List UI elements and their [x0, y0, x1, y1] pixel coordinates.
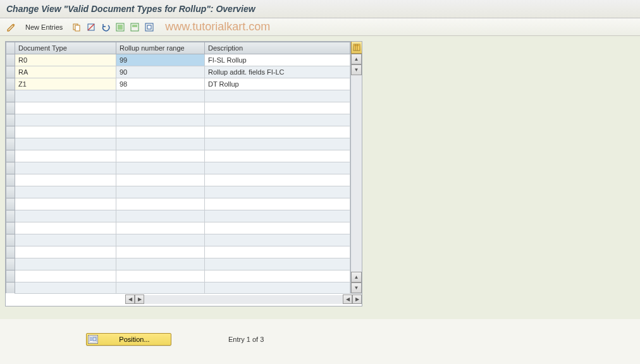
scroll-down-icon[interactable]: ▼ [351, 64, 362, 75]
scroll-down-bottom-icon[interactable]: ▼ [351, 282, 362, 293]
row-selector[interactable] [6, 258, 15, 270]
cell-rollup[interactable]: 99 [116, 54, 205, 66]
horizontal-scrollbar[interactable]: ◀ ▶ ◀ ▶ [15, 293, 362, 305]
scroll-up-bottom-icon[interactable]: ▲ [351, 272, 362, 282]
svg-rect-1 [75, 25, 80, 31]
row-selector[interactable] [6, 162, 15, 174]
position-label: Position... [101, 336, 168, 343]
row-selector[interactable] [6, 90, 15, 102]
cell-doctype[interactable]: Z1 [15, 78, 116, 90]
row-selector[interactable] [6, 282, 15, 294]
row-selector[interactable] [6, 66, 15, 78]
footer: Position... Entry 1 of 3 [0, 319, 640, 346]
row-selector[interactable] [6, 126, 15, 138]
row-selector[interactable] [6, 150, 15, 162]
row-selector[interactable] [6, 78, 15, 90]
cell-description[interactable]: DT Rollup [205, 78, 350, 90]
svg-rect-10 [354, 44, 360, 46]
svg-rect-14 [90, 337, 92, 338]
toggle-change-icon[interactable] [5, 21, 18, 33]
delete-icon[interactable] [85, 21, 97, 33]
cell-rollup[interactable]: 90 [116, 66, 205, 78]
entry-counter: Entry 1 of 3 [228, 336, 264, 343]
cell-doctype[interactable]: R0 [15, 54, 116, 66]
row-selector-header[interactable] [6, 42, 15, 54]
watermark-text: www.tutorialkart.com [165, 20, 270, 33]
vertical-scrollbar[interactable]: ▲ ▼ ▲ ▼ [350, 42, 362, 293]
row-selector[interactable] [6, 234, 15, 246]
row-selector[interactable] [6, 186, 15, 198]
row-selector[interactable] [6, 210, 15, 222]
scroll-left-icon[interactable]: ◀ [125, 294, 135, 304]
row-selector[interactable] [6, 54, 15, 66]
data-table: Document Type Rollup number range Descri… [6, 42, 350, 293]
row-selector[interactable] [6, 222, 15, 234]
new-entries-button[interactable]: New Entries [20, 21, 68, 33]
cell-description[interactable]: FI-SL Rollup [205, 54, 350, 66]
svg-rect-15 [90, 339, 92, 339]
position-icon [88, 335, 98, 344]
svg-rect-16 [90, 340, 92, 341]
row-selector[interactable] [6, 138, 15, 150]
cell-rollup[interactable]: 98 [116, 78, 205, 90]
table-settings-icon[interactable] [351, 42, 362, 54]
row-selector[interactable] [6, 198, 15, 210]
scroll-right-end-icon[interactable]: ▶ [352, 294, 362, 304]
svg-rect-6 [132, 25, 137, 27]
scroll-left-end-icon[interactable]: ◀ [343, 294, 352, 304]
deselect-all-icon[interactable] [143, 21, 156, 33]
cell-doctype[interactable]: RA [15, 66, 116, 78]
scroll-up-icon[interactable]: ▲ [351, 54, 362, 64]
page-title: Change View "Valid Document Types for Ro… [6, 4, 634, 14]
scroll-track-h[interactable] [144, 295, 343, 304]
row-selector[interactable] [6, 246, 15, 258]
scroll-track[interactable] [351, 75, 362, 272]
row-selector[interactable] [6, 174, 15, 186]
svg-rect-8 [147, 25, 151, 29]
table-container: Document Type Rollup number range Descri… [5, 41, 362, 306]
select-block-icon[interactable] [128, 21, 141, 33]
title-bar: Change View "Valid Document Types for Ro… [0, 0, 640, 18]
undo-icon[interactable] [99, 21, 112, 33]
svg-rect-4 [118, 25, 123, 30]
scroll-right-icon[interactable]: ▶ [135, 294, 144, 304]
select-all-icon[interactable] [114, 21, 126, 33]
column-header-doctype[interactable]: Document Type [15, 42, 116, 54]
column-header-description[interactable]: Description [205, 42, 350, 54]
content-area: Document Type Rollup number range Descri… [0, 36, 640, 319]
copy-as-icon[interactable] [70, 21, 83, 33]
svg-rect-17 [93, 337, 96, 341]
row-selector[interactable] [6, 102, 15, 114]
column-header-rollup[interactable]: Rollup number range [116, 42, 205, 54]
cell-description[interactable]: Rollup addit. fields FI-LC [205, 66, 350, 78]
toolbar: New Entries www.tutorialkart.com [0, 18, 640, 36]
row-selector[interactable] [6, 270, 15, 282]
position-button[interactable]: Position... [86, 333, 171, 346]
row-selector[interactable] [6, 114, 15, 126]
